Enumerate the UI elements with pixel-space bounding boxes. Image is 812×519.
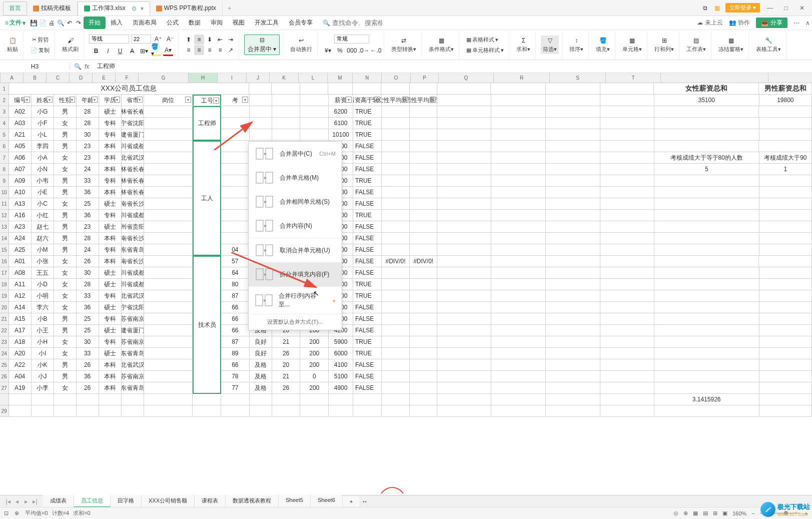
cell[interactable]: 四川省成都市 [122, 210, 144, 221]
cell[interactable] [272, 118, 301, 129]
filter-button[interactable]: ▽筛选▾ [541, 36, 559, 54]
cell[interactable]: A12 [9, 290, 32, 301]
scan-icon[interactable]: ⧉ [701, 4, 709, 12]
cell[interactable] [546, 95, 600, 106]
cell[interactable] [759, 175, 812, 186]
cell[interactable]: A21 [9, 129, 32, 140]
cell[interactable]: 200 [300, 359, 329, 370]
cell[interactable]: 男 [54, 129, 77, 140]
cell[interactable]: 26 [272, 348, 301, 359]
cell[interactable] [221, 394, 250, 405]
cell[interactable] [759, 198, 812, 209]
cell[interactable] [759, 187, 812, 198]
cell[interactable] [250, 405, 272, 416]
cell[interactable]: 23 [77, 152, 99, 163]
cell[interactable] [144, 302, 193, 313]
menu-tab-数据[interactable]: 数据 [184, 17, 206, 29]
cell[interactable]: A24 [9, 233, 32, 244]
cell[interactable] [600, 290, 654, 301]
cell[interactable]: #DIV/0! [382, 256, 410, 267]
cell[interactable]: 小红 [32, 210, 54, 221]
cell[interactable]: 江苏省南京市 [122, 371, 144, 382]
cell[interactable] [250, 106, 272, 117]
cell[interactable]: 本科 [99, 233, 122, 244]
cell[interactable] [144, 175, 193, 186]
cell[interactable]: A14 [9, 302, 32, 313]
col-header-0[interactable]: A [1, 73, 24, 83]
cell[interactable]: 本科 [99, 141, 122, 152]
cell[interactable]: FALSE [353, 382, 382, 393]
cell[interactable] [272, 405, 301, 416]
login-button[interactable]: 立即登录 ▾ [725, 3, 760, 13]
merge-option-3[interactable]: ▸ 合并内容(N) [249, 214, 342, 238]
row-header[interactable]: 13 [0, 221, 9, 232]
cell[interactable] [759, 141, 811, 152]
cell[interactable]: A23 [9, 221, 32, 232]
row-header[interactable]: 27 [0, 382, 9, 393]
cell[interactable]: 80 [221, 279, 250, 290]
cell[interactable]: 66 [221, 313, 250, 324]
cell[interactable] [437, 244, 491, 255]
align-mid[interactable]: ≡ [194, 35, 204, 45]
cell[interactable] [122, 405, 144, 416]
filter-dropdown-icon[interactable]: ▾ [374, 97, 380, 103]
cell[interactable]: A05 [9, 141, 32, 152]
cell[interactable] [410, 313, 437, 324]
redo-icon[interactable]: ↷ [75, 19, 83, 27]
cell[interactable]: 湖北省武汉市 [122, 152, 144, 163]
menu-tab-公式[interactable]: 公式 [162, 17, 184, 29]
filter-dropdown-icon[interactable]: ▾ [137, 97, 143, 103]
cell[interactable]: 四川省成都市 [122, 267, 144, 278]
file-tab-2[interactable]: WPS PPT教程.pptx [150, 2, 223, 16]
cell[interactable] [600, 129, 654, 140]
cell[interactable] [144, 359, 193, 370]
cell[interactable]: 男 [54, 371, 77, 382]
cell[interactable]: 28 [77, 279, 99, 290]
cell[interactable] [546, 336, 600, 347]
cell[interactable] [491, 336, 546, 347]
cell[interactable] [144, 394, 193, 405]
sheet-next[interactable]: ▸ [22, 498, 30, 505]
cell[interactable]: 男 [54, 325, 77, 336]
cell[interactable]: 04 [221, 244, 250, 255]
cell[interactable]: FALSE [353, 359, 382, 370]
cell[interactable]: 男 [54, 210, 77, 221]
cell[interactable]: 专科 [99, 210, 122, 221]
merge-option-4[interactable]: ▸ 取消合并单元格(U) [249, 238, 342, 262]
menu-tab-插入[interactable]: 插入 [106, 17, 128, 29]
cell[interactable]: FALSE [353, 371, 382, 382]
cell[interactable] [491, 118, 546, 129]
cell[interactable] [221, 106, 250, 117]
cell[interactable] [144, 290, 193, 301]
cell[interactable] [546, 221, 600, 232]
indent-inc[interactable]: ⇥ [226, 35, 236, 45]
cell[interactable] [437, 141, 491, 152]
cell[interactable] [437, 371, 491, 382]
cell[interactable] [654, 313, 759, 324]
cell[interactable]: 硕士 [99, 221, 122, 232]
currency-button[interactable]: ¥▾ [323, 46, 333, 56]
cell[interactable] [654, 221, 759, 232]
cell[interactable] [491, 394, 546, 405]
cell[interactable] [491, 210, 546, 221]
cell[interactable] [382, 164, 410, 175]
cell[interactable] [600, 106, 654, 117]
col-header-2[interactable]: C [47, 73, 70, 83]
cell[interactable] [491, 129, 546, 140]
header-cell[interactable]: 编号▾ [9, 95, 32, 106]
tab-close-icon[interactable]: ▾ [141, 5, 144, 12]
align-right[interactable]: ≡ [205, 45, 215, 55]
sheet-tab-田字格[interactable]: 田字格 [111, 495, 142, 507]
cell[interactable] [654, 325, 759, 336]
cell[interactable] [437, 405, 491, 416]
cell[interactable]: 专科 [99, 336, 122, 347]
cell[interactable]: 77 [221, 382, 250, 393]
cell[interactable]: 本科 [99, 164, 122, 175]
cell[interactable] [144, 152, 193, 163]
cell[interactable] [759, 336, 812, 347]
col-header-1[interactable]: B [24, 73, 47, 83]
cell[interactable] [382, 279, 410, 290]
cell[interactable]: FALSE [353, 256, 382, 267]
cell[interactable] [144, 336, 193, 347]
cell[interactable]: 王五 [32, 267, 54, 278]
